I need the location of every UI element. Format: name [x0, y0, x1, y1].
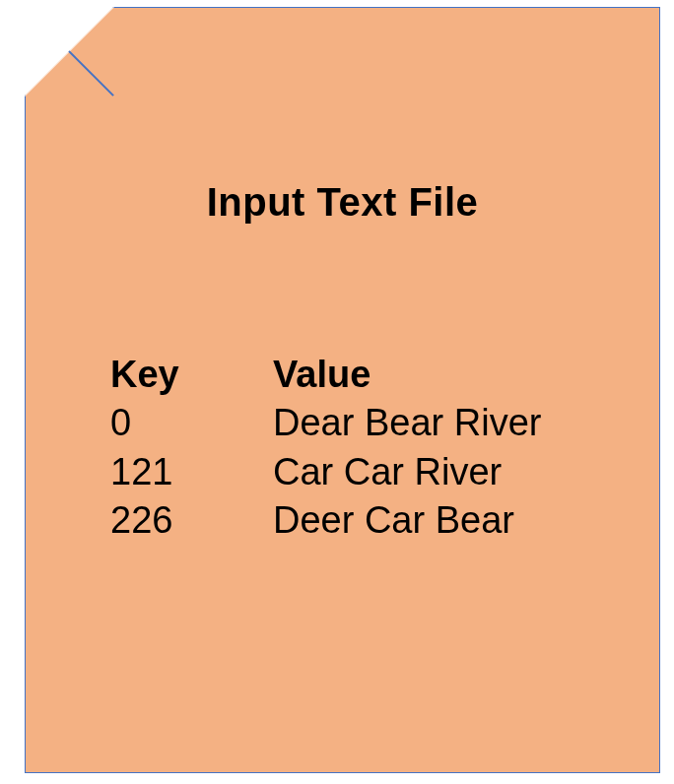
- key-value-table: Key Value 0 Dear Bear River 121 Car Car …: [110, 351, 541, 546]
- table-row: 226 Deer Car Bear: [110, 496, 541, 545]
- cell-key: 0: [110, 399, 273, 447]
- cell-key: 121: [110, 448, 273, 496]
- cell-value: Car Car River: [273, 448, 502, 496]
- table-row: 0 Dear Bear River: [110, 399, 541, 447]
- cell-key: 226: [110, 496, 273, 545]
- table-row: 121 Car Car River: [110, 448, 541, 496]
- cell-value: Deer Car Bear: [273, 496, 514, 545]
- cell-value: Dear Bear River: [273, 399, 541, 447]
- file-document-shape: Input Text File Key Value 0 Dear Bear Ri…: [25, 7, 660, 773]
- table-header-row: Key Value: [110, 351, 541, 399]
- document-title: Input Text File: [26, 180, 659, 225]
- header-key: Key: [110, 351, 273, 399]
- header-value: Value: [273, 351, 371, 399]
